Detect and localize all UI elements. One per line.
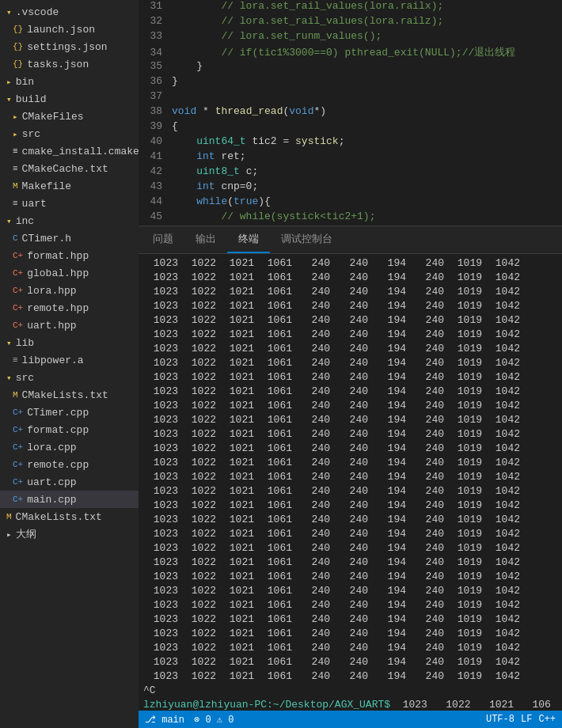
- terminal-data-cell: 1021: [219, 271, 257, 283]
- sidebar-item-launch-json[interactable]: {}launch.json: [0, 21, 139, 38]
- terminal-data-cell: 194: [371, 442, 409, 454]
- sidebar-label: CTimer.cpp: [27, 407, 89, 419]
- terminal-data-cell: 1023: [143, 656, 181, 668]
- sidebar-item-src-build[interactable]: ▸src: [0, 125, 139, 142]
- ctrl-c-text: ^C: [143, 684, 156, 696]
- terminal-data-row: 102310221021106124024019424010191042: [143, 613, 557, 628]
- terminal-data-row: 102310221021106124024019424010191042: [143, 271, 557, 286]
- sidebar-item-settings-json[interactable]: {}settings.json: [0, 38, 139, 55]
- terminal-data-cell: 240: [409, 400, 447, 411]
- sidebar-item-cmakefiles[interactable]: ▸CMakeFiles: [0, 108, 139, 125]
- terminal-data-cell: 1022: [181, 499, 219, 511]
- terminal-data-row: 102310221021106124024019424010191042: [143, 571, 557, 585]
- sidebar-item-lora-hpp[interactable]: C+lora.hpp: [0, 282, 139, 299]
- terminal-content[interactable]: 1023102210211061240240194240101910421023…: [139, 254, 562, 711]
- terminal-data-cell: 1023: [143, 670, 181, 682]
- terminal-data-cell: 240: [409, 314, 447, 326]
- status-errors: ⊗ 0 ⚠ 0: [194, 714, 234, 726]
- code-line-37: 37: [139, 90, 562, 105]
- sidebar-item-uart-hpp[interactable]: C+uart.hpp: [0, 317, 139, 334]
- terminal-data-cell: 240: [409, 300, 447, 312]
- sidebar-item-format-hpp[interactable]: C+format.hpp: [0, 247, 139, 264]
- sidebar-item-lora-cpp[interactable]: C+lora.cpp: [0, 438, 139, 456]
- terminal-data-cell: 1019: [447, 271, 485, 283]
- line-content: // lora.set_rail_values(lora.railx);: [169, 0, 562, 12]
- sidebar-item-cmake-install[interactable]: ≡cmake_install.cmake: [0, 142, 139, 160]
- terminal-data-cell: 1021: [219, 300, 257, 312]
- terminal-data-cell: 1021: [219, 286, 257, 298]
- terminal-data-cell: 1042: [485, 286, 523, 298]
- terminal-data-cell: 1019: [447, 585, 485, 597]
- sidebar-item-cmakelists-src[interactable]: MCMakeLists.txt: [0, 386, 139, 404]
- terminal-data-cell: 1022: [181, 514, 219, 525]
- sidebar-item-global-hpp[interactable]: C+global.hpp: [0, 264, 139, 282]
- sidebar-item-大纲[interactable]: ▸大纲: [0, 525, 139, 543]
- sidebar-item-uart-cpp[interactable]: C+uart.cpp: [0, 473, 139, 491]
- sidebar-item-build[interactable]: ▾build: [0, 90, 139, 108]
- makefile-icon: M: [13, 181, 18, 191]
- terminal-data-cell: 240: [333, 357, 371, 369]
- terminal-data-cell: 1019: [447, 642, 485, 654]
- sidebar-item-src[interactable]: ▾src: [0, 369, 139, 386]
- sidebar-label: main.cpp: [27, 494, 76, 506]
- sidebar-item-lib[interactable]: ▾lib: [0, 334, 139, 351]
- line-number: 31: [139, 0, 169, 12]
- sidebar-item-ctimer-h[interactable]: CCTimer.h: [0, 229, 139, 247]
- terminal-data-cell: 194: [371, 257, 409, 269]
- sidebar-item-main-cpp[interactable]: C+main.cpp: [0, 491, 139, 508]
- terminal-data-cell: 194: [371, 343, 409, 355]
- terminal-data-cell: 1022: [181, 613, 219, 625]
- terminal-data-cell: 1019: [447, 314, 485, 326]
- sidebar: ▾.vscode{}launch.json{}settings.json{}ta…: [0, 0, 139, 728]
- terminal-data-cell: 240: [333, 343, 371, 355]
- terminal-data-cell: 1019: [447, 599, 485, 611]
- line-number: 38: [139, 105, 169, 117]
- sidebar-item-cmakelists-root[interactable]: MCMakeLists.txt: [0, 508, 139, 525]
- terminal-data-cell: 1023: [143, 542, 181, 554]
- terminal-data-cell: 1061: [257, 471, 295, 483]
- terminal-data-row: 102310221021106124024019424010191042: [143, 670, 557, 684]
- sidebar-item-ctimer-cpp[interactable]: C+CTimer.cpp: [0, 404, 139, 421]
- terminal-data-cell: 1022: [181, 385, 219, 397]
- status-left: ⎇ main ⊗ 0 ⚠ 0: [145, 714, 234, 726]
- terminal-data-cell: 1023: [143, 628, 181, 639]
- terminal-data-cell: 240: [409, 257, 447, 269]
- line-content: }: [169, 75, 562, 87]
- terminal-tab-问题[interactable]: 问题: [142, 226, 184, 253]
- sidebar-label: lora.cpp: [27, 442, 76, 453]
- sidebar-item-format-cpp[interactable]: C+format.cpp: [0, 421, 139, 438]
- sidebar-item-bin[interactable]: ▸bin: [0, 73, 139, 90]
- terminal-data-cell: 1061: [257, 613, 295, 625]
- sidebar-item-cmakecache[interactable]: ≡CMakeCache.txt: [0, 160, 139, 177]
- terminal-data-cell: 240: [333, 542, 371, 554]
- terminal-data-cell: 1061: [257, 585, 295, 597]
- sidebar-item-remote-hpp[interactable]: C+remote.hpp: [0, 299, 139, 317]
- sidebar-item-vscode[interactable]: ▾.vscode: [0, 3, 139, 21]
- terminal-data-cell: 240: [409, 599, 447, 611]
- terminal-data-row: 102310221021106124024019424010191042: [143, 499, 557, 514]
- sidebar-item-remote-cpp[interactable]: C+remote.cpp: [0, 456, 139, 473]
- terminal-tab-终端[interactable]: 终端: [227, 226, 270, 253]
- code-line-34: 34 // if(tic1%3000==0) pthread_exit(NULL…: [139, 45, 562, 60]
- terminal-data-cell: 1023: [143, 371, 181, 383]
- sidebar-item-makefile[interactable]: MMakefile: [0, 177, 139, 195]
- terminal-data-cell: 240: [409, 514, 447, 525]
- sidebar-item-inc[interactable]: ▾inc: [0, 212, 139, 229]
- terminal-data-cell: 240: [409, 656, 447, 668]
- terminal-data-cell: 1019: [447, 343, 485, 355]
- terminal-tab-输出[interactable]: 输出: [184, 226, 227, 253]
- sidebar-item-tasks-json[interactable]: {}tasks.json: [0, 55, 139, 73]
- sidebar-item-uart[interactable]: ≡uart: [0, 195, 139, 212]
- terminal-data-cell: 1023: [143, 414, 181, 426]
- terminal-tab-调试控制台[interactable]: 调试控制台: [270, 226, 344, 253]
- sidebar-label: CTimer.h: [22, 233, 71, 245]
- hpp-icon: C+: [13, 320, 23, 330]
- terminal-data-cell: 240: [333, 499, 371, 511]
- sidebar-item-libpower[interactable]: ≡libpower.a: [0, 351, 139, 369]
- line-number: 43: [139, 180, 169, 192]
- terminal-data-cell: 240: [295, 414, 333, 426]
- line-number: 32: [139, 15, 169, 27]
- terminal-data-cell: 1019: [447, 556, 485, 568]
- terminal-data-cell: 194: [371, 328, 409, 340]
- terminal-data-cell: 1022: [181, 414, 219, 426]
